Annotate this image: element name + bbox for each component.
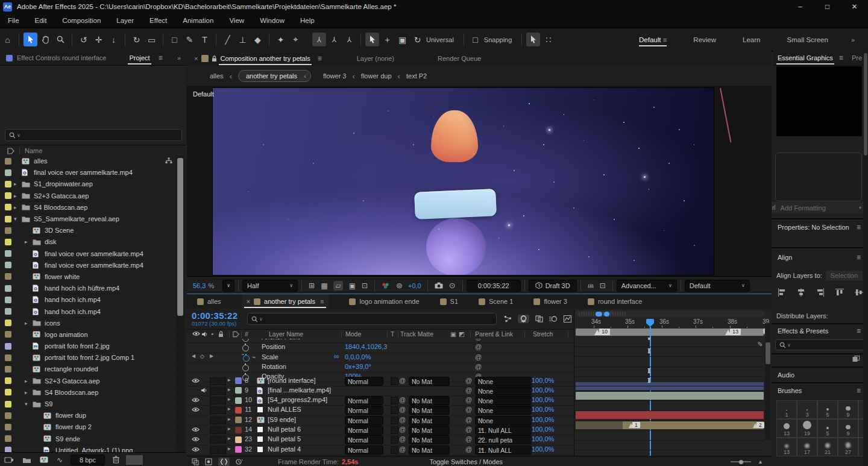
label-color-chip[interactable]: [5, 377, 11, 384]
home-tool[interactable]: ⌂: [1, 33, 14, 46]
number-column-header[interactable]: #: [245, 330, 248, 338]
label-color-chip[interactable]: [5, 285, 11, 292]
mode-column-header[interactable]: Mode: [345, 330, 361, 338]
mask-visibility-icon[interactable]: ▣: [349, 282, 356, 290]
label-color-chip[interactable]: [5, 320, 11, 326]
solo-toggle[interactable]: [210, 446, 218, 454]
breadcrumb-another-try-petals[interactable]: another try petals‹: [238, 70, 311, 82]
brush-preset-9[interactable]: 9: [838, 400, 858, 419]
app-right-scrollbar-thumb[interactable]: [864, 53, 867, 156]
lock-toggle[interactable]: [218, 446, 226, 454]
effects-presets-header[interactable]: Effects & Presets ≡: [778, 327, 861, 335]
solo-column-icon[interactable]: ●: [211, 332, 213, 336]
twirl-closed-icon[interactable]: ▸: [25, 320, 28, 326]
menu-edit[interactable]: Edit: [27, 13, 55, 28]
keyframe-ibeam-icon[interactable]: I: [647, 377, 650, 385]
stretch-column-header[interactable]: Stretch: [533, 330, 553, 338]
tab-project[interactable]: Project: [129, 54, 149, 61]
timeline-tab-S1[interactable]: S1: [440, 294, 458, 309]
project-item[interactable]: alles: [0, 156, 186, 167]
tab-layer[interactable]: Layer (none): [357, 55, 394, 62]
roto-brush-tool[interactable]: ✦: [274, 33, 288, 46]
motion-blur-toggle[interactable]: [549, 315, 558, 323]
project-settings-icon[interactable]: ∿: [57, 456, 63, 464]
brush-preset-13[interactable]: 13: [776, 438, 797, 456]
matte-pigtail-icon[interactable]: @: [399, 426, 406, 433]
twirl-closed-icon[interactable]: ▸: [228, 435, 231, 441]
grid-guides-icon[interactable]: ⊞: [309, 282, 315, 290]
pigtail-icon[interactable]: @: [475, 353, 482, 361]
panel-overflow-icon[interactable]: »: [177, 54, 181, 61]
brush-preset-27[interactable]: 27: [838, 438, 858, 456]
property-value[interactable]: 1840,4,1026,3: [345, 343, 387, 350]
layer-label-chip[interactable]: [235, 427, 242, 433]
add-vertex-icon[interactable]: +: [380, 33, 394, 46]
workspace-review[interactable]: Review: [693, 31, 716, 49]
mode-dropdown[interactable]: Normal∨: [345, 446, 383, 455]
label-color-chip[interactable]: [5, 297, 11, 303]
new-composition-icon[interactable]: [40, 456, 48, 463]
eraser-tool[interactable]: ◆: [251, 33, 265, 46]
brush-preset-9[interactable]: 9: [838, 419, 858, 438]
trash-icon[interactable]: [113, 456, 119, 464]
label-color-chip[interactable]: [5, 169, 11, 176]
breadcrumb-flower-dup[interactable]: flower dup: [361, 72, 392, 80]
orbit-camera-tool[interactable]: ↺: [77, 33, 90, 46]
minimize-button[interactable]: –: [787, 0, 814, 13]
align-menu-icon[interactable]: ≡: [857, 253, 861, 262]
label-color-chip[interactable]: [5, 308, 11, 315]
navigator-handle[interactable]: [604, 312, 609, 316]
effects-presets-menu-icon[interactable]: ≡: [857, 327, 861, 335]
comp-marker-10[interactable]: 10: [594, 329, 610, 335]
stretch-value[interactable]: 100,0%: [532, 416, 554, 423]
layer-name[interactable]: [S9 ende]: [268, 416, 296, 423]
solo-toggle[interactable]: [210, 387, 218, 395]
layer-label-chip[interactable]: [235, 377, 242, 384]
time-ruler[interactable]: 34s35s36s37s38s39: [574, 318, 772, 329]
pigtail-icon[interactable]: @: [465, 435, 472, 442]
twirl-closed-icon[interactable]: ▸: [25, 389, 28, 395]
t-toggle[interactable]: [391, 436, 398, 444]
tab-render-queue[interactable]: Render Queue: [438, 55, 481, 62]
composition-canvas[interactable]: [212, 87, 714, 276]
parent-link-column-header[interactable]: Parent & Link: [475, 330, 513, 338]
breadcrumb-flower-3[interactable]: flower 3: [323, 72, 347, 80]
timeline-tab-logo-animation-ende[interactable]: logo animation ende: [349, 294, 419, 309]
workspace-learn[interactable]: Learn: [743, 31, 760, 49]
eg-drop-area[interactable]: [775, 153, 862, 201]
pigtail-icon[interactable]: @: [475, 343, 482, 350]
selection-tool[interactable]: [24, 33, 37, 46]
track-matte-dropdown[interactable]: No Mat∨: [409, 446, 450, 455]
brushes-panel-header[interactable]: Brushes ≡: [778, 386, 861, 395]
view-layout-dropdown[interactable]: Default∨: [685, 280, 750, 292]
close-tab-icon[interactable]: ×: [194, 55, 198, 62]
current-time-display[interactable]: 0:00:35:22 01072 (30.00 fps): [192, 311, 244, 327]
timeline-timecode[interactable]: 0:00:35:22: [192, 311, 244, 321]
track-matte-dropdown[interactable]: No Mat∨: [409, 406, 450, 415]
project-item[interactable]: hand hoch ich.mp4: [0, 294, 186, 306]
twirl-closed-icon[interactable]: ▸: [228, 426, 231, 432]
eye-toggle[interactable]: [192, 447, 200, 452]
bit-depth-button[interactable]: 8 bpc: [71, 455, 105, 465]
label-color-chip[interactable]: [5, 262, 11, 268]
stretch-value[interactable]: 100,0%: [532, 377, 554, 384]
t-toggle[interactable]: [391, 446, 398, 454]
lock-column-icon[interactable]: [218, 331, 224, 338]
label-color-chip[interactable]: [5, 216, 11, 222]
align-horizontal-center-button[interactable]: [797, 288, 805, 298]
matte-pigtail-icon[interactable]: @: [399, 416, 406, 423]
camera-tool[interactable]: ▭: [145, 33, 159, 46]
zoom-dropdown[interactable]: ∨: [222, 280, 234, 292]
layer-row-8[interactable]: ▸8[round interface]Normal∨@No Mat∨@None∨…: [187, 376, 574, 386]
layer-label-chip[interactable]: [235, 446, 242, 453]
project-item[interactable]: ▸S4 Bloodscan.aep: [0, 387, 186, 398]
ground-plane-icon[interactable]: ⊞: [587, 283, 594, 290]
viewer-zoom-value[interactable]: 56,3: [193, 282, 206, 289]
layer-marker-1[interactable]: 1: [629, 422, 640, 428]
twirl-closed-icon[interactable]: ▸: [228, 416, 231, 422]
layer-name[interactable]: [round interface]: [268, 377, 316, 384]
layer-row-11[interactable]: ▸11Null ALLESNormal∨@No Mat∨@None∨100,0%: [187, 405, 574, 415]
audio-column-icon[interactable]: [201, 331, 208, 338]
t-toggle[interactable]: [391, 406, 398, 414]
resolution-dropdown[interactable]: Half∨: [242, 280, 298, 292]
